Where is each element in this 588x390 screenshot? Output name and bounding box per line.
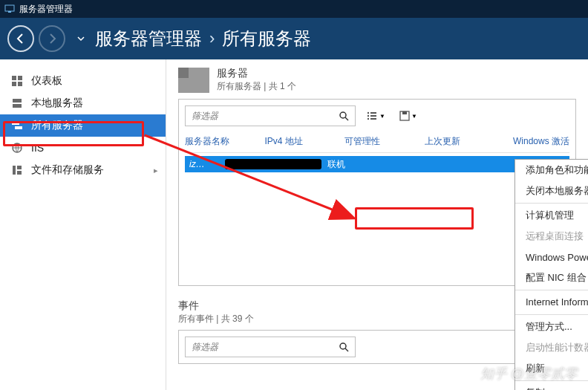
svg-rect-1 — [8, 11, 11, 13]
window-titlebar: 服务器管理器 — [0, 0, 588, 18]
servers-section-title: 服务器 — [217, 67, 296, 80]
svg-rect-11 — [13, 166, 16, 175]
column-last-update[interactable]: 上次更新 — [425, 135, 497, 148]
column-ipv4[interactable]: IPv4 地址 — [265, 135, 345, 148]
back-button[interactable] — [7, 25, 34, 52]
svg-rect-7 — [13, 104, 22, 108]
view-options-button[interactable]: ▼ — [363, 107, 388, 125]
server-status: 联机 — [327, 158, 345, 171]
svg-point-19 — [368, 118, 369, 120]
svg-point-15 — [368, 112, 369, 114]
ctx-perf-counters[interactable]: 启动性能计数器 — [515, 337, 588, 358]
ctx-refresh[interactable]: 刷新 — [515, 358, 588, 379]
sidebar-item-label: 本地服务器 — [31, 97, 83, 110]
column-activation[interactable]: Windows 激活 — [497, 135, 569, 148]
svg-rect-16 — [370, 112, 376, 114]
breadcrumb-current: 所有服务器 — [222, 27, 311, 51]
iis-icon — [10, 141, 24, 155]
svg-rect-9 — [15, 126, 22, 129]
ctx-shutdown-local[interactable]: 关闭本地服务器 — [515, 181, 588, 201]
breadcrumb: 服务器管理器 › 所有服务器 — [95, 27, 311, 51]
redacted-block — [225, 159, 321, 169]
sidebar-item-label: 仪表板 — [31, 74, 62, 88]
svg-point-17 — [368, 115, 369, 117]
ctx-iis-manager[interactable]: Internet Information Services (IIS)管理器 — [515, 292, 588, 313]
chevron-right-icon: ▸ — [154, 166, 158, 175]
ctx-nic-teaming[interactable]: 配置 NIC 组合 — [515, 267, 588, 288]
svg-rect-2 — [12, 76, 16, 80]
sidebar-item-dashboard[interactable]: 仪表板 — [0, 70, 166, 92]
svg-rect-8 — [12, 122, 19, 125]
ctx-powershell[interactable]: Windows PowerShell — [515, 247, 588, 267]
servers-filter-input[interactable] — [190, 110, 337, 122]
ctx-manage-as[interactable]: 管理方式... — [515, 316, 588, 337]
header-bar: 服务器管理器 › 所有服务器 — [0, 18, 588, 59]
svg-rect-22 — [402, 111, 407, 114]
ctx-computer-management[interactable]: 计算机管理 — [515, 205, 588, 226]
breadcrumb-separator-icon: › — [209, 29, 215, 48]
svg-rect-12 — [17, 166, 22, 169]
sidebar-item-iis[interactable]: IIS — [0, 137, 166, 159]
breadcrumb-root[interactable]: 服务器管理器 — [95, 27, 202, 51]
svg-rect-5 — [18, 82, 22, 86]
search-icon[interactable] — [337, 111, 350, 121]
column-manageability[interactable]: 可管理性 — [344, 135, 425, 148]
svg-point-23 — [340, 343, 346, 349]
svg-point-14 — [340, 112, 346, 118]
sidebar-item-all-servers[interactable]: 所有服务器 — [0, 114, 166, 137]
app-icon — [4, 4, 15, 14]
svg-rect-0 — [5, 5, 14, 11]
ctx-add-roles[interactable]: 添加角色和功能 — [515, 160, 588, 181]
sidebar-item-local-server[interactable]: 本地服务器 — [0, 92, 166, 114]
svg-rect-18 — [370, 115, 376, 117]
sidebar-item-label: 所有服务器 — [31, 119, 83, 132]
sidebar-item-storage[interactable]: 文件和存储服务 ▸ — [0, 159, 166, 181]
server-row-selected[interactable]: iz… 联机 — [185, 156, 569, 172]
sidebar-item-label: 文件和存储服务 — [31, 163, 104, 177]
server-icon — [10, 97, 24, 110]
dashboard-icon — [10, 74, 24, 88]
svg-rect-3 — [18, 76, 22, 80]
servers-section-subtitle: 所有服务器 | 共 1 个 — [217, 80, 296, 93]
save-options-button[interactable]: ▼ — [396, 107, 421, 125]
window-title: 服务器管理器 — [19, 3, 73, 16]
context-menu: 添加角色和功能 关闭本地服务器 计算机管理 远程桌面连接 Windows Pow… — [514, 159, 588, 390]
svg-rect-4 — [12, 82, 16, 86]
svg-rect-13 — [17, 171, 22, 175]
history-dropdown-icon[interactable] — [77, 32, 85, 45]
events-filter-field[interactable] — [185, 337, 356, 357]
svg-rect-6 — [13, 99, 22, 103]
sidebar: 仪表板 本地服务器 所有服务器 IIS 文件和存储服务 ▸ — [0, 59, 166, 390]
servers-columns: 服务器名称 IPv4 地址 可管理性 上次更新 Windows 激活 — [185, 135, 569, 153]
events-filter-input[interactable] — [190, 341, 337, 353]
storage-icon — [10, 163, 24, 177]
search-icon[interactable] — [337, 342, 350, 352]
servers-section-icon — [178, 68, 209, 93]
servers-section-header: 服务器 所有服务器 | 共 1 个 — [178, 67, 576, 93]
svg-rect-20 — [370, 118, 376, 120]
column-server-name[interactable]: 服务器名称 — [185, 135, 265, 148]
ctx-remote-desktop[interactable]: 远程桌面连接 — [515, 226, 588, 247]
servers-filter-field[interactable] — [185, 105, 356, 126]
main-content: 服务器 所有服务器 | 共 1 个 ▼ ▼ 服务器名称 IPv4 地址 可管理性… — [166, 59, 588, 390]
servers-icon — [10, 119, 24, 132]
ctx-copy[interactable]: 复制 — [515, 383, 588, 390]
forward-button[interactable] — [39, 25, 65, 52]
sidebar-item-label: IIS — [31, 142, 44, 154]
